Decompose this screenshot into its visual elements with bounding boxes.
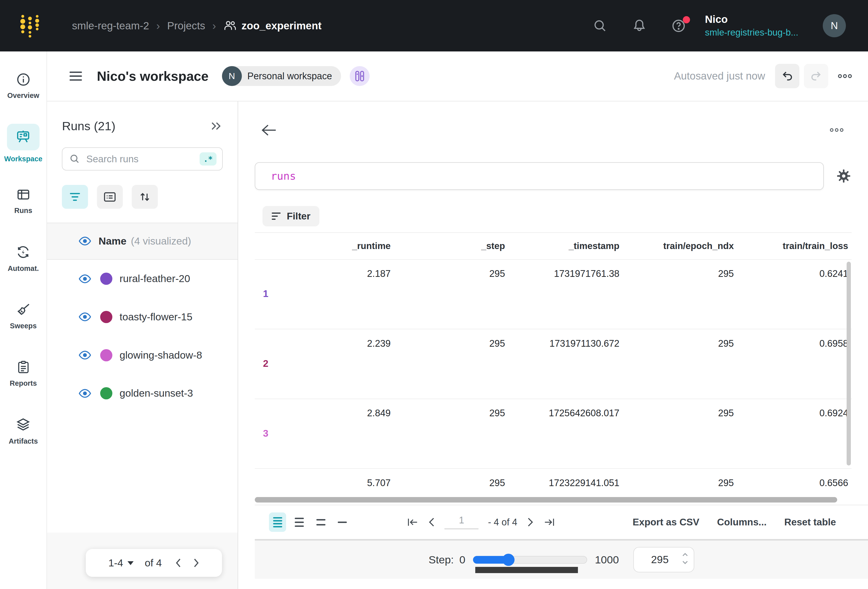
filter-icon (271, 212, 281, 221)
breadcrumb-team[interactable]: smle-reg-team-2 (72, 20, 149, 32)
eye-icon[interactable] (78, 312, 91, 322)
filter-runs-button[interactable] (62, 185, 88, 209)
eye-icon[interactable] (78, 236, 91, 246)
vertical-scrollbar[interactable] (847, 262, 851, 465)
automations-icon (15, 244, 31, 260)
workspace-title[interactable]: Nico's workspace (97, 69, 208, 84)
reset-table-button[interactable]: Reset table (784, 517, 836, 528)
step-slider[interactable] (473, 554, 587, 566)
sort-runs-button[interactable] (132, 185, 158, 209)
table-row[interactable]: 5.707 295 1723229141.051 295 0.6566 (255, 469, 852, 496)
dropdown-caret-icon[interactable] (127, 561, 134, 565)
panel-menu-icon[interactable] (69, 71, 82, 82)
table-settings-gear-icon[interactable] (836, 168, 851, 184)
help-icon[interactable] (671, 18, 686, 33)
prev-page-icon[interactable] (175, 558, 182, 568)
table-menu-icon[interactable] (830, 127, 844, 133)
collapse-panel-icon[interactable] (209, 121, 223, 132)
badge-avatar: N (222, 66, 242, 86)
runs-panel-title: Runs (21) (62, 119, 115, 133)
run-row[interactable]: toasty-flower-15 (47, 298, 238, 336)
table-row[interactable]: 2.849 295 1725642608.017 295 0.6924 3 (255, 399, 852, 469)
eye-icon[interactable] (78, 274, 91, 283)
query-input[interactable]: runs (255, 162, 824, 190)
column-header[interactable]: train/train_loss (737, 241, 851, 251)
avatar[interactable]: N (823, 14, 846, 37)
breadcrumb-projects[interactable]: Projects (167, 20, 205, 32)
notification-badge (683, 16, 690, 24)
row-index[interactable]: 1 (263, 288, 269, 299)
page-number-input[interactable]: 1 (444, 515, 478, 529)
column-header[interactable]: _timestamp (508, 241, 623, 251)
step-decrement-icon[interactable] (682, 560, 688, 565)
sidebar-item-workspace[interactable]: Workspace (0, 115, 46, 172)
workspace-header: Nico's workspace N Personal workspace Au… (47, 52, 868, 101)
run-color-dot (100, 387, 112, 399)
sidebar-item-overview[interactable]: Overview (0, 57, 46, 115)
slider-thumb[interactable] (502, 554, 515, 566)
column-header[interactable]: _runtime (280, 241, 394, 251)
table-row[interactable]: 2.187 295 1731971761.38 295 0.6241 1 (255, 260, 852, 329)
search-icon[interactable] (593, 18, 608, 33)
user-name: Nico (705, 14, 799, 25)
redo-button[interactable] (804, 64, 828, 88)
sidebar-item-artifacts[interactable]: Artifacts (0, 402, 46, 460)
table-row[interactable]: 2.239 295 1731971130.672 295 0.6958 2 (255, 329, 852, 399)
row-index[interactable]: 2 (263, 358, 269, 369)
user-org-link[interactable]: smle-registries-bug-b... (705, 28, 799, 37)
export-csv-button[interactable]: Export as CSV (633, 517, 700, 528)
column-header[interactable]: _step (394, 241, 508, 251)
breadcrumb: smle-reg-team-2 › Projects › zoo_experim… (72, 20, 322, 32)
columns-button[interactable]: Columns... (717, 517, 766, 528)
next-page-icon[interactable] (527, 517, 534, 527)
team-icon (223, 20, 236, 32)
navbar-right: Nico smle-registries-bug-b... N (593, 14, 846, 37)
notifications-bell-icon[interactable] (632, 18, 647, 33)
run-row[interactable]: golden-sunset-3 (47, 374, 238, 413)
step-increment-icon[interactable] (682, 552, 688, 557)
table-actions: Export as CSV Columns... Reset table (633, 517, 836, 528)
regex-toggle[interactable]: .* (199, 152, 217, 166)
density-tall-button[interactable] (312, 512, 329, 532)
panel-layout-icon[interactable] (350, 66, 370, 86)
sidebar-item-runs[interactable]: Runs (0, 172, 46, 230)
step-value-input[interactable]: 295 (633, 547, 694, 572)
wandb-logo-icon[interactable] (19, 12, 41, 39)
runs-page-range[interactable]: 1-4 (108, 557, 123, 569)
workspace-menu-icon[interactable] (837, 73, 853, 80)
run-color-dot (100, 349, 112, 361)
column-header[interactable]: train/epoch_ndx (623, 241, 737, 251)
row-index[interactable]: 3 (263, 428, 269, 439)
density-medium-button[interactable] (291, 512, 308, 532)
runs-name-header-row[interactable]: Name (4 visualized) (47, 223, 238, 260)
sidebar-item-sweeps[interactable]: Sweeps (0, 287, 46, 345)
eye-icon[interactable] (78, 350, 91, 360)
sidebar-item-reports[interactable]: Reports (0, 345, 46, 403)
filter-button[interactable]: Filter (263, 206, 319, 226)
density-compact-button[interactable] (269, 512, 286, 532)
run-row[interactable]: glowing-shadow-8 (47, 336, 238, 374)
sidebar-item-automations[interactable]: Automat. (0, 230, 46, 287)
search-runs-input[interactable]: Search runs .* (62, 148, 223, 171)
runs-page-of: of 4 (145, 557, 162, 569)
workspace-header-right: Autosaved just now (674, 64, 853, 88)
runs-table-icon (16, 187, 31, 202)
run-details-view-button[interactable] (97, 185, 123, 209)
prev-page-icon[interactable] (428, 517, 435, 527)
density-full-button[interactable] (334, 512, 351, 532)
left-sidebar: Overview Workspace Runs Automat. Sweeps (0, 52, 47, 589)
back-arrow-icon[interactable] (260, 124, 277, 137)
runs-list: rural-feather-20 toasty-flower-15 glowin… (47, 260, 238, 413)
run-row[interactable]: rural-feather-20 (47, 260, 238, 298)
user-menu[interactable]: Nico smle-registries-bug-b... (705, 14, 799, 37)
horizontal-scrollbar[interactable] (255, 497, 852, 502)
last-page-icon[interactable] (543, 517, 555, 528)
personal-workspace-badge[interactable]: N Personal workspace (222, 66, 341, 86)
undo-button[interactable] (775, 64, 799, 88)
first-page-icon[interactable] (406, 517, 419, 528)
eye-icon[interactable] (78, 389, 91, 398)
autosave-status: Autosaved just now (674, 70, 765, 82)
next-page-icon[interactable] (193, 558, 199, 568)
page-of-label: - 4 of 4 (488, 517, 517, 528)
breadcrumb-project[interactable]: zoo_experiment (223, 20, 322, 32)
